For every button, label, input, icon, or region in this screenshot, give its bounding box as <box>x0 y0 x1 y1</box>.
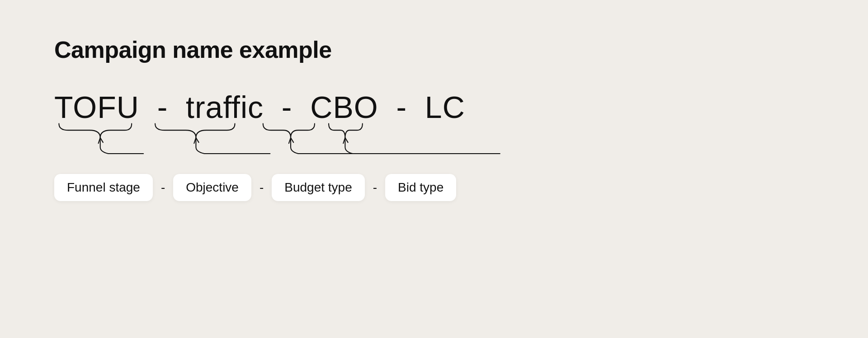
label-funnel-stage: Funnel stage <box>54 174 153 201</box>
labels-row: Funnel stage - Objective - Budget type -… <box>54 174 814 201</box>
separator-3: - <box>365 180 385 195</box>
formula-text: TOFU - traffic - CBO - LC <box>54 90 814 124</box>
naming-section: TOFU - traffic - CBO - LC <box>54 90 814 201</box>
label-budget-type: Budget type <box>272 174 364 201</box>
connector-diagram <box>54 120 552 174</box>
page-title: Campaign name example <box>54 36 814 63</box>
label-bid-type: Bid type <box>385 174 456 201</box>
separator-1: - <box>153 180 173 195</box>
page-container: Campaign name example TOFU - traffic - C… <box>0 0 868 338</box>
label-objective: Objective <box>173 174 251 201</box>
separator-2: - <box>251 180 272 195</box>
